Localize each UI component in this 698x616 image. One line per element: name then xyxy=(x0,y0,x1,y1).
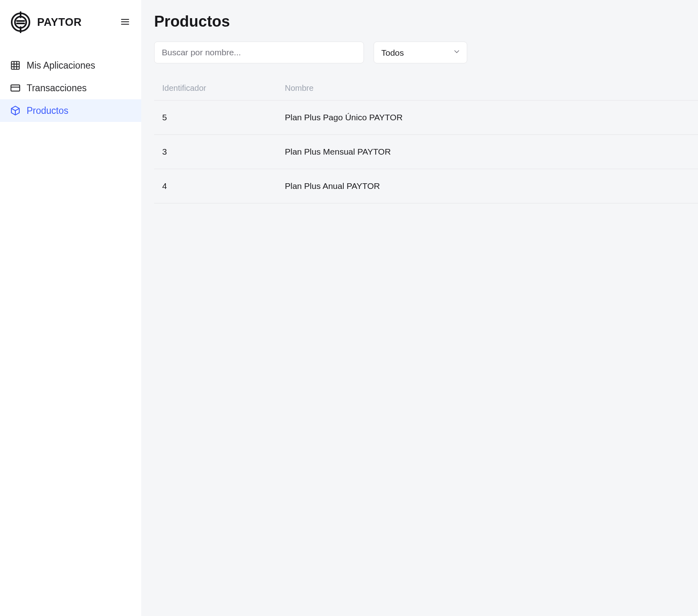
menu-icon xyxy=(120,17,130,28)
page-title: Productos xyxy=(154,13,698,30)
table-row[interactable]: 3 Plan Plus Mensual PAYTOR xyxy=(154,135,698,169)
cell-name: Plan Plus Mensual PAYTOR xyxy=(285,147,690,157)
products-table: Identificador Nombre 5 Plan Plus Pago Ún… xyxy=(154,76,698,203)
card-icon xyxy=(10,82,21,94)
brand-name: PAYTOR xyxy=(37,16,82,29)
svg-point-1 xyxy=(15,17,26,28)
brand-logo-icon xyxy=(10,11,31,33)
sidebar-item-label: Mis Aplicaciones xyxy=(27,60,95,71)
box-icon xyxy=(10,105,21,116)
table-header: Identificador Nombre xyxy=(154,76,698,101)
sidebar-item-productos[interactable]: Productos xyxy=(0,99,141,122)
sidebar-item-aplicaciones[interactable]: Mis Aplicaciones xyxy=(0,54,141,77)
cell-id: 3 xyxy=(162,147,285,157)
svg-rect-9 xyxy=(11,61,19,69)
table-row[interactable]: 4 Plan Plus Anual PAYTOR xyxy=(154,169,698,203)
brand[interactable]: PAYTOR xyxy=(10,11,82,33)
main-content: Productos Todos Identificador Nombre 5 P… xyxy=(141,0,698,616)
sidebar-item-label: Productos xyxy=(27,105,69,116)
cell-name: Plan Plus Anual PAYTOR xyxy=(285,181,690,191)
sidebar-nav: Mis Aplicaciones Transacciones Productos xyxy=(0,54,141,122)
cell-name: Plan Plus Pago Único PAYTOR xyxy=(285,113,690,122)
cell-id: 5 xyxy=(162,113,285,122)
svg-rect-14 xyxy=(11,85,20,91)
col-header-id: Identificador xyxy=(162,84,285,93)
filter-bar: Todos xyxy=(154,42,698,63)
filter-select-wrapper: Todos xyxy=(374,42,467,63)
col-header-name: Nombre xyxy=(285,84,690,93)
sidebar-header: PAYTOR xyxy=(0,0,141,44)
grid-icon xyxy=(10,60,21,71)
search-input[interactable] xyxy=(154,42,364,63)
sidebar: PAYTOR Mis Aplic xyxy=(0,0,141,616)
table-row[interactable]: 5 Plan Plus Pago Único PAYTOR xyxy=(154,101,698,135)
filter-select[interactable]: Todos xyxy=(374,42,467,63)
sidebar-item-transacciones[interactable]: Transacciones xyxy=(0,77,141,99)
menu-toggle-button[interactable] xyxy=(119,15,132,29)
sidebar-item-label: Transacciones xyxy=(27,83,87,94)
cell-id: 4 xyxy=(162,181,285,191)
